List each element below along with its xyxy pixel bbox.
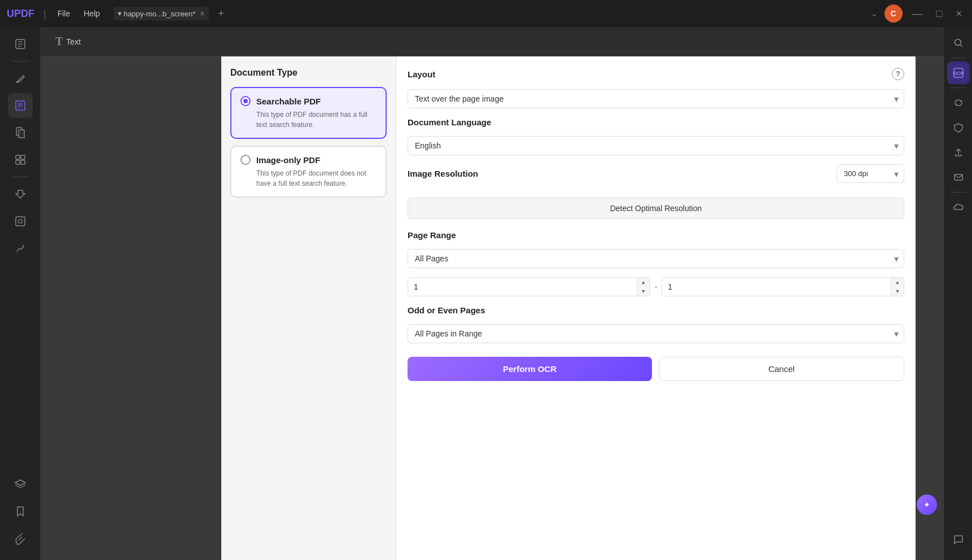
searchable-pdf-option[interactable]: Searchable PDF This type of PDF document…: [230, 87, 387, 139]
svg-rect-29: [955, 174, 962, 180]
tab-add-button[interactable]: +: [218, 8, 224, 20]
page-to-spinners: ▲ ▼: [891, 278, 904, 296]
sidebar-item-layers[interactable]: [8, 472, 33, 497]
page-from-input-wrap: ▲ ▼: [408, 277, 650, 296]
image-only-pdf-title: Image-only PDF: [256, 155, 320, 165]
odd-even-select-wrapper: All Pages in Range Odd Pages Only Even P…: [408, 324, 904, 343]
svg-rect-13: [16, 160, 20, 164]
sidebar-item-organize[interactable]: [8, 147, 33, 172]
sidebar-item-attachment[interactable]: [8, 526, 33, 551]
avatar: C: [885, 5, 903, 23]
range-dash: -: [655, 282, 658, 291]
page-to-up[interactable]: ▲: [891, 278, 904, 287]
right-ocr-icon[interactable]: OCR: [947, 62, 970, 84]
text-tool-button[interactable]: T Text: [50, 32, 86, 51]
sidebar-item-page[interactable]: [8, 120, 33, 145]
right-sep-1: [951, 58, 966, 58]
odd-even-select[interactable]: All Pages in Range Odd Pages Only Even P…: [408, 324, 904, 343]
svg-text:OCR: OCR: [953, 71, 964, 76]
right-sep-2: [951, 88, 966, 88]
layout-select[interactable]: Text over the page image Text under the …: [408, 89, 904, 108]
page-to-down[interactable]: ▼: [891, 287, 904, 296]
page-range-select-wrapper: All Pages Current Page Custom Range: [408, 249, 904, 268]
sidebar-item-edit[interactable]: [8, 93, 33, 118]
sidebar-item-compress[interactable]: [8, 209, 33, 234]
chevron-down-icon[interactable]: ⌄: [871, 9, 878, 18]
tab-title: happy-mo...b_screen*: [124, 10, 195, 18]
searchable-pdf-title: Searchable PDF: [256, 97, 321, 106]
right-share-icon[interactable]: [947, 141, 970, 164]
image-only-pdf-header: Image-only PDF: [240, 155, 376, 165]
maximize-button[interactable]: □: [933, 8, 946, 20]
text-tool-label: Text: [66, 37, 81, 46]
svg-line-24: [960, 45, 962, 47]
page-to-input-wrap: ▲ ▼: [662, 277, 904, 296]
menu-file[interactable]: File: [53, 7, 75, 20]
left-sidebar: [0, 27, 41, 560]
svg-point-23: [955, 40, 961, 46]
resolution-select[interactable]: 300 dpi 150 dpi 600 dpi: [837, 164, 904, 183]
page-from-down[interactable]: ▼: [637, 287, 650, 296]
image-only-pdf-radio[interactable]: [240, 155, 251, 165]
page-from-up[interactable]: ▲: [637, 278, 650, 287]
language-header-row: Document Language: [408, 117, 904, 127]
sidebar-item-bookmark[interactable]: [8, 499, 33, 524]
layout-label: Layout: [408, 69, 435, 79]
right-cloud-icon[interactable]: [947, 196, 970, 218]
page-from-spinners: ▲ ▼: [637, 278, 650, 296]
page-from-input[interactable]: [408, 278, 637, 296]
layout-header-row: Layout ?: [408, 68, 904, 80]
document-type-title: Document Type: [230, 68, 387, 78]
content-area: T Text: [41, 27, 944, 560]
sidebar-separator-mid: [11, 177, 29, 177]
sidebar-item-annotate[interactable]: [8, 66, 33, 91]
page-range-header-row: Page Range: [408, 230, 904, 240]
sidebar-separator-top: [11, 61, 29, 62]
right-protect-icon[interactable]: [947, 116, 970, 139]
svg-rect-15: [16, 217, 25, 226]
resolution-label: Image Resolution: [408, 169, 478, 178]
menu-help[interactable]: Help: [79, 7, 104, 20]
right-email-icon[interactable]: [947, 166, 970, 189]
tab-active[interactable]: ▾ happy-mo...b_screen* ×: [113, 7, 209, 20]
layout-help-icon[interactable]: ?: [892, 68, 904, 80]
tab-dropdown-icon[interactable]: ▾: [118, 10, 121, 18]
searchable-pdf-desc: This type of PDF document has a full tex…: [240, 110, 376, 130]
perform-ocr-button[interactable]: Perform OCR: [408, 357, 652, 381]
tab-close-button[interactable]: ×: [200, 9, 204, 18]
odd-even-label: Odd or Even Pages: [408, 305, 485, 315]
action-buttons: Perform OCR Cancel: [408, 357, 904, 381]
right-sidebar: OCR ✦: [944, 27, 972, 560]
document-type-panel: Document Type Searchable PDF This type o…: [221, 56, 396, 560]
searchable-pdf-radio[interactable]: [240, 96, 251, 106]
settings-panel: Layout ? Text over the page image Text u…: [396, 56, 916, 560]
right-chat-icon[interactable]: [947, 528, 970, 551]
toolbar: T Text: [41, 27, 944, 56]
image-only-pdf-desc: This type of PDF document does not have …: [240, 168, 376, 189]
page-range-select[interactable]: All Pages Current Page Custom Range: [408, 249, 904, 268]
language-select[interactable]: English Chinese French German Spanish: [408, 136, 904, 155]
cancel-button[interactable]: Cancel: [659, 357, 904, 381]
svg-rect-14: [21, 160, 25, 164]
page-range-inputs: ▲ ▼ - ▲ ▼: [408, 277, 904, 296]
main-layout: T Text: [0, 27, 972, 560]
sidebar-item-convert[interactable]: [8, 182, 33, 207]
searchable-pdf-header: Searchable PDF: [240, 96, 376, 106]
sidebar-item-sign[interactable]: [8, 236, 33, 261]
svg-rect-10: [19, 130, 24, 138]
titlebar: UPDF | File Help ▾ happy-mo...b_screen* …: [0, 0, 972, 27]
right-search-icon[interactable]: [947, 32, 970, 54]
resolution-select-wrapper: 300 dpi 150 dpi 600 dpi: [837, 164, 904, 183]
ai-assistant-icon[interactable]: ✦: [917, 495, 937, 515]
page-range-label: Page Range: [408, 230, 456, 240]
close-button[interactable]: ×: [952, 8, 965, 20]
page-to-input[interactable]: [662, 278, 891, 296]
sidebar-item-read[interactable]: [8, 32, 33, 56]
resolution-header-row: Image Resolution 300 dpi 150 dpi 600 dpi: [408, 164, 904, 183]
right-sidebar-bottom: ✦: [947, 504, 970, 555]
detect-resolution-button[interactable]: Detect Optimal Resolution: [408, 198, 904, 219]
minimize-button[interactable]: —: [909, 8, 926, 20]
app-logo: UPDF: [7, 8, 34, 20]
image-only-pdf-option[interactable]: Image-only PDF This type of PDF document…: [230, 146, 387, 198]
right-convert-icon[interactable]: [947, 91, 970, 114]
